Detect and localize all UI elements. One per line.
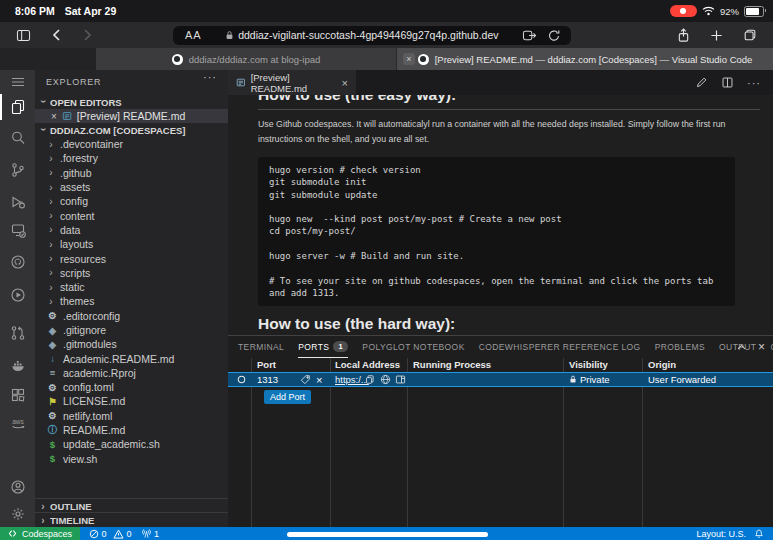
tabs-overview-icon[interactable] (743, 28, 757, 42)
tree-file-README.md[interactable]: ⓘREADME.md (35, 423, 228, 437)
radio-tower-icon (141, 528, 152, 539)
github-icon[interactable] (10, 254, 26, 270)
tree-file-update_academic.sh[interactable]: $update_academic.sh (35, 437, 228, 451)
tree-file-config.toml[interactable]: ⚙︎config.toml (35, 380, 228, 394)
tree-folder-dot-devcontainer[interactable]: ›.devcontainer (35, 137, 228, 151)
search-icon[interactable] (10, 130, 26, 146)
sidebar-more-actions-icon[interactable]: ··· (203, 71, 217, 83)
close-editor-icon[interactable]: × (51, 111, 57, 122)
address-bar[interactable]: AA dddiaz-vigilant-succotash-4gp494469g2… (173, 26, 571, 45)
panel-tab-codewhisperer-reference-log[interactable]: CODEWHISPERER REFERENCE LOG (479, 337, 641, 358)
tree-file-dot-editorconfig[interactable]: ⚙︎.editorconfig (35, 309, 228, 323)
remove-port-icon[interactable]: × (316, 373, 322, 386)
open-editors-header[interactable]: › OPEN EDITORS (35, 95, 228, 109)
preview-in-editor-icon[interactable] (395, 373, 406, 386)
live-share-icon[interactable] (10, 287, 26, 303)
notifications-bell-icon[interactable] (754, 528, 764, 539)
accounts-icon[interactable] (10, 479, 26, 495)
port-row-1313[interactable]: 1313 × https:/... (228, 372, 773, 387)
reader-options-button[interactable]: AA (185, 29, 202, 41)
split-editor-icon[interactable] (721, 76, 734, 89)
tree-folder-static[interactable]: ›static (35, 280, 228, 294)
extensions-icon[interactable] (10, 387, 26, 403)
tree-folder-layouts[interactable]: ›layouts (35, 237, 228, 251)
tree-folder-config[interactable]: ›config (35, 194, 228, 208)
open-editor-item[interactable]: × [Preview] README.md (35, 109, 228, 123)
column-header-visibility: Visibility (569, 358, 608, 372)
tree-file-academic.Rproj[interactable]: ≡academic.Rproj (35, 366, 228, 380)
workspace-header[interactable]: › DDDIAZ.COM [CODESPACES] (35, 123, 228, 137)
chevron-right-icon: › (39, 515, 47, 526)
forward-icon[interactable] (82, 28, 93, 42)
share-icon[interactable] (677, 28, 690, 43)
close-tab-icon[interactable]: × (342, 77, 348, 89)
tree-folder-scripts[interactable]: ›scripts (35, 266, 228, 280)
tree-file-netlify.toml[interactable]: ⚙︎netlify.toml (35, 409, 228, 423)
shell-file-icon: $ (47, 453, 58, 464)
copy-address-icon[interactable] (365, 373, 375, 386)
timeline-section[interactable]: › TIMELINE (35, 512, 228, 527)
new-tab-icon[interactable] (710, 29, 723, 42)
maximize-panel-icon[interactable] (736, 342, 747, 353)
back-icon[interactable] (51, 28, 62, 42)
reload-icon[interactable] (548, 29, 560, 42)
preview-heading-hard: How to use (the hard way): (258, 315, 760, 333)
panel-tab-terminal[interactable]: TERMINAL (238, 337, 284, 358)
outline-section[interactable]: › OUTLINE (35, 498, 228, 513)
tree-folder-content[interactable]: ›content (35, 208, 228, 222)
tree-file-dot-gitignore[interactable]: ◈.gitignore (35, 323, 228, 337)
panel-tab-polyglot-notebook[interactable]: POLYGLOT NOTEBOOK (362, 337, 464, 358)
show-source-icon[interactable] (695, 76, 708, 89)
problems-indicator[interactable]: 0 0 (89, 529, 132, 539)
close-tab-icon[interactable]: × (403, 53, 415, 65)
aws-icon[interactable]: aws (10, 415, 26, 431)
wifi-icon (702, 6, 715, 16)
panel-tab-ports[interactable]: PORTS1 (298, 336, 348, 358)
forwarded-ports-indicator[interactable]: 1 (141, 528, 160, 539)
label-port-icon[interactable] (300, 373, 311, 386)
visibility-cell: Private (569, 373, 610, 386)
tree-folder-dot-forestry[interactable]: ›.forestry (35, 151, 228, 165)
menu-icon[interactable] (10, 74, 26, 90)
chevron-right-icon: › (47, 139, 55, 150)
safari-tab-vscode[interactable]: × [Preview] README.md — dddiaz.com [Code… (397, 48, 773, 70)
docker-icon[interactable] (10, 357, 26, 373)
tree-file-view.sh[interactable]: $view.sh (35, 452, 228, 466)
git-file-icon: ◈ (47, 325, 58, 336)
home-indicator[interactable] (287, 532, 488, 537)
column-header-local-address: Local Address (335, 358, 400, 372)
open-in-browser-icon[interactable] (380, 373, 391, 386)
panel-tab-problems[interactable]: PROBLEMS (655, 337, 705, 358)
tree-file-dot-gitmodules[interactable]: ◈.gitmodules (35, 337, 228, 351)
keyboard-layout-indicator[interactable]: Layout: U.S. (696, 529, 746, 539)
sidebar-toggle-icon[interactable] (16, 29, 31, 42)
tree-folder-data[interactable]: ›data (35, 223, 228, 237)
tree-folder-themes[interactable]: ›themes (35, 294, 228, 308)
extension-icon[interactable] (522, 29, 537, 42)
github-favicon (418, 54, 429, 65)
chevron-right-icon: › (47, 239, 55, 250)
safari-tab-github[interactable]: dddiaz/dddiaz.com at blog-ipad (96, 48, 397, 70)
tree-file-Academic.README.md[interactable]: ↓Academic.README.md (35, 351, 228, 365)
close-panel-icon[interactable]: × (758, 340, 765, 354)
add-port-button[interactable]: Add Port (264, 390, 311, 404)
local-address-link[interactable]: https:/... (335, 373, 369, 386)
pull-requests-icon[interactable] (10, 325, 26, 341)
chevron-right-icon: › (47, 167, 55, 178)
tab-title: [Preview] README.md — dddiaz.com [Codesp… (435, 54, 753, 65)
explorer-icon[interactable] (10, 99, 26, 115)
remote-explorer-icon[interactable] (10, 222, 26, 238)
editor-tab-preview-readme[interactable]: [Preview] README.md × (228, 70, 356, 95)
settings-icon[interactable] (10, 506, 26, 522)
tree-folder-dot-github[interactable]: ›.github (35, 166, 228, 180)
more-actions-icon[interactable]: ··· (747, 77, 761, 89)
tree-folder-assets[interactable]: ›assets (35, 180, 228, 194)
remote-indicator[interactable]: Codespaces (0, 527, 80, 540)
tree-folder-resources[interactable]: ›resources (35, 251, 228, 265)
source-control-icon[interactable] (10, 162, 26, 178)
run-debug-icon[interactable] (10, 194, 26, 210)
chevron-right-icon: › (47, 153, 55, 164)
screen-recording-icon[interactable] (670, 5, 697, 17)
explorer-sidebar: EXPLORER ··· › OPEN EDITORS × [Preview] … (35, 70, 228, 527)
tree-file-LICENSE.md[interactable]: ⚑LICENSE.md (35, 394, 228, 408)
